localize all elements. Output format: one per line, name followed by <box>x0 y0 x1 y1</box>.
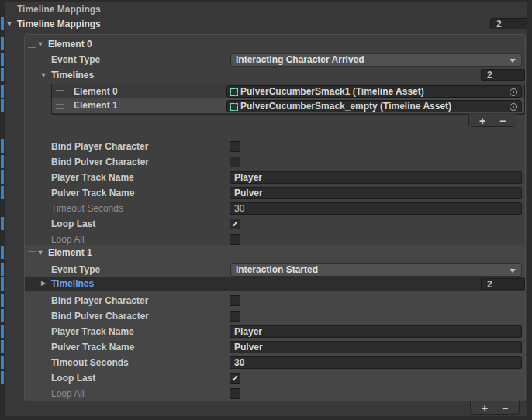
override-bar <box>1 309 4 322</box>
event-type-value: Interacting Character Arrived <box>236 54 364 65</box>
list-item-label: Element 1 <box>74 98 118 113</box>
timelines-size-field[interactable]: 2 <box>481 278 525 290</box>
field-row: Loop Last <box>0 371 532 385</box>
timeout-seconds-input[interactable]: 30 <box>230 356 522 369</box>
field-label: Timeout Seconds <box>51 201 123 215</box>
timeline-asset-name: PulverCucumberSmack1 (Timeline Asset) <box>240 86 424 97</box>
bind-player-checkbox[interactable] <box>230 141 240 152</box>
loop-all-checkbox[interactable] <box>230 234 240 245</box>
override-bar <box>1 68 4 81</box>
remove-element-button[interactable]: − <box>492 115 513 127</box>
loop-last-checkbox[interactable]: ✓ <box>230 219 240 229</box>
property-label-row: Timeline Mappings <box>0 2 532 16</box>
bind-pulver-checkbox[interactable] <box>230 157 240 167</box>
timeline-mappings-header-row[interactable]: ▼ Timeline Mappings 2 <box>0 17 532 31</box>
override-bar <box>1 85 4 98</box>
element0-header-row[interactable]: ▼ Element 0 <box>0 37 532 51</box>
timeout-seconds-input[interactable]: 30 <box>230 202 522 215</box>
player-track-name-input[interactable]: Player <box>230 325 522 338</box>
field-row: Bind Pulver Character <box>0 155 532 169</box>
bottom-edge <box>0 416 532 420</box>
timeline-asset-field[interactable]: PulverCucumberSmack_empty (Timeline Asse… <box>226 100 522 112</box>
field-label: Bind Pulver Character <box>51 155 149 169</box>
foldout-closed-icon[interactable]: ▶ <box>40 277 47 291</box>
bind-pulver-checkbox[interactable] <box>230 311 240 322</box>
property-label: Timeline Mappings <box>17 2 101 16</box>
override-bar <box>1 37 4 50</box>
checkmark-icon: ✓ <box>230 374 240 383</box>
timelines-list-footer: +− <box>468 114 516 127</box>
field-label: Bind Player Character <box>51 294 148 308</box>
override-bar <box>1 186 4 199</box>
top-edge <box>0 0 532 2</box>
array-size-field[interactable]: 2 <box>490 18 527 29</box>
element1-title: Element 1 <box>48 246 92 260</box>
pulver-track-name-input[interactable]: Pulver <box>230 341 522 353</box>
object-picker-icon[interactable] <box>510 88 517 96</box>
drag-handle-icon[interactable] <box>56 104 64 109</box>
field-row: Bind Player Character <box>0 139 532 153</box>
override-bar <box>1 99 4 112</box>
timeline-mappings-title: Timeline Mappings <box>17 17 101 31</box>
remove-element-button[interactable]: − <box>495 403 515 415</box>
dropdown-arrow-icon <box>510 59 516 63</box>
loop-all-checkbox[interactable] <box>230 388 240 399</box>
timeline-asset-name: PulverCucumberSmack_empty (Timeline Asse… <box>240 101 451 112</box>
override-bar <box>1 17 4 30</box>
override-bar <box>1 294 4 307</box>
object-picker-icon[interactable] <box>510 103 517 111</box>
override-bar <box>1 371 4 384</box>
override-bar <box>1 139 4 153</box>
timeline-mappings-footer: +− <box>470 401 520 415</box>
override-bar <box>1 217 4 230</box>
element0-event-type-dropdown[interactable]: Interacting Character Arrived <box>230 53 522 67</box>
field-row: Loop All <box>0 232 532 246</box>
field-label: Loop All <box>51 232 85 246</box>
override-bar <box>1 53 4 66</box>
drag-handle-icon[interactable] <box>28 251 36 256</box>
field-label: Loop Last <box>51 371 95 385</box>
bind-player-checkbox[interactable] <box>230 295 240 306</box>
field-row: Bind Pulver Character <box>0 309 532 323</box>
field-label: Loop Last <box>51 217 95 231</box>
event-type-label: Event Type <box>51 263 100 277</box>
foldout-open-icon[interactable]: ▼ <box>5 17 13 31</box>
drag-handle-icon[interactable] <box>56 90 64 95</box>
field-row: Loop All <box>0 387 532 401</box>
timeline-asset-field[interactable]: PulverCucumberSmack1 (Timeline Asset) <box>226 85 522 98</box>
foldout-open-icon[interactable]: ▼ <box>36 246 44 260</box>
loop-last-checkbox[interactable]: ✓ <box>230 373 240 384</box>
field-label: Bind Player Character <box>51 139 148 153</box>
field-label: Player Track Name <box>51 170 134 184</box>
foldout-open-icon[interactable]: ▼ <box>36 37 44 51</box>
override-bar <box>1 155 4 168</box>
drag-handle-icon[interactable] <box>28 43 36 48</box>
element1-header-row[interactable]: ▼ Element 1 <box>0 246 532 260</box>
list-item-label: Element 0 <box>74 84 118 98</box>
add-element-button[interactable]: + <box>475 403 495 415</box>
element1-event-type-dropdown[interactable]: Interaction Started <box>230 263 522 277</box>
field-row: Bind Player Character <box>0 294 532 308</box>
override-bar <box>1 356 4 369</box>
timelines-size-field[interactable]: 2 <box>481 69 525 81</box>
override-bar <box>1 170 4 184</box>
timeline-asset-icon <box>230 103 238 111</box>
field-label: Bind Pulver Character <box>51 309 149 323</box>
element0-timelines-row[interactable]: ▼ Timelines 2 <box>0 68 532 82</box>
override-bar <box>1 263 4 276</box>
event-type-label: Event Type <box>51 53 100 67</box>
foldout-open-icon[interactable]: ▼ <box>40 68 47 82</box>
timelines-label: Timelines <box>51 277 94 291</box>
override-bar <box>1 340 4 353</box>
field-label: Timeout Seconds <box>51 356 129 370</box>
field-label: Pulver Track Name <box>51 340 134 354</box>
element0-title: Element 0 <box>48 37 92 51</box>
field-label: Loop All <box>51 387 85 401</box>
override-bar <box>1 325 4 338</box>
player-track-name-input[interactable]: Player <box>230 171 522 184</box>
element1-timelines-row[interactable]: ▶ Timelines 2 <box>0 277 532 291</box>
pulver-track-name-input[interactable]: Pulver <box>230 187 522 199</box>
dropdown-arrow-icon <box>510 269 516 273</box>
timelines-label: Timelines <box>51 68 94 82</box>
add-element-button[interactable]: + <box>472 115 492 127</box>
